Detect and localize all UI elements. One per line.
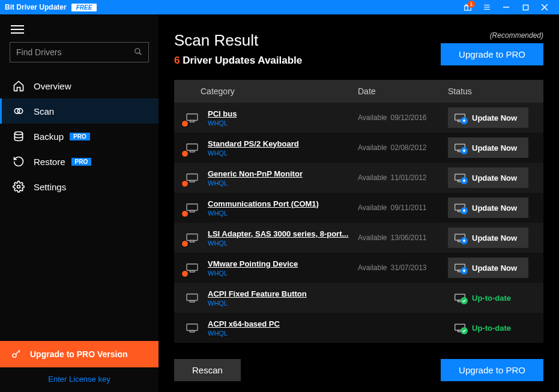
svg-rect-16: [190, 121, 194, 122]
pro-tag: PRO: [70, 133, 90, 140]
sidebar-item-label: Overview: [34, 81, 71, 91]
driver-row: Communications Port (COM1)WHQLAvailable0…: [174, 193, 543, 223]
device-icon: [184, 259, 201, 276]
warning-dot-icon: [181, 150, 189, 157]
col-status: Status: [448, 86, 534, 96]
driver-row: PCI busWHQLAvailable09/12/2016Update Now: [174, 103, 543, 133]
free-badge: FREE: [71, 4, 97, 11]
close-button[interactable]: [535, 0, 554, 14]
table-header: Category Date Status: [174, 80, 543, 103]
app-title: Bit Driver Updater: [5, 3, 67, 11]
updates-count: 6: [174, 55, 180, 66]
driver-name[interactable]: ACPI x64-based PC: [208, 319, 358, 328]
driver-list[interactable]: PCI busWHQLAvailable09/12/2016Update Now…: [174, 103, 543, 348]
svg-point-8: [135, 48, 140, 53]
warning-dot-icon: [181, 180, 189, 187]
driver-row: LSI Adapter, SAS 3000 series, 8-port...W…: [174, 223, 543, 253]
svg-rect-5: [523, 5, 528, 10]
svg-rect-35: [187, 234, 198, 241]
backup-icon: [12, 130, 25, 143]
driver-name[interactable]: Generic Non-PnP Monitor: [208, 169, 358, 178]
driver-name[interactable]: ACPI Fixed Feature Button: [208, 289, 358, 298]
driver-name[interactable]: Communications Port (COM1): [208, 199, 358, 208]
update-now-button[interactable]: Update Now: [448, 167, 528, 188]
device-icon: [184, 289, 201, 306]
check-icon: [454, 322, 466, 333]
driver-date: Available02/08/2012: [358, 143, 448, 152]
restore-icon: [12, 155, 25, 168]
svg-rect-21: [190, 151, 194, 152]
warning-dot-icon: [181, 270, 189, 277]
gift-icon[interactable]: 1: [458, 0, 477, 14]
updates-text: Driver Updates Available: [183, 55, 302, 66]
driver-name[interactable]: VMware Pointing Device: [208, 259, 358, 268]
settings-icon: [12, 180, 25, 193]
update-now-button[interactable]: Update Now: [448, 228, 528, 248]
upgrade-pro-button-top[interactable]: Upgrade to PRO: [441, 43, 543, 65]
warning-dot-icon: [181, 120, 189, 127]
svg-rect-26: [190, 181, 194, 182]
whql-label: WHQL: [208, 149, 358, 157]
whql-label: WHQL: [208, 270, 358, 277]
svg-rect-36: [190, 241, 194, 243]
device-icon: [184, 319, 201, 336]
driver-date: Available09/11/2011: [358, 204, 448, 212]
enter-license-link[interactable]: Enter License key: [0, 367, 159, 392]
sidebar: OverviewScanBackupPRORestorePROSettings …: [0, 14, 159, 392]
download-icon: [454, 232, 466, 243]
driver-name[interactable]: LSI Adapter, SAS 3000 series, 8-port...: [208, 229, 358, 238]
sidebar-item-settings[interactable]: Settings: [0, 174, 159, 199]
driver-row: ACPI Fixed Feature ButtonWHQLUp-to-date: [174, 283, 543, 313]
svg-point-54: [461, 327, 468, 334]
update-now-button[interactable]: Update Now: [448, 198, 528, 218]
upgrade-pro-button-bottom[interactable]: Upgrade to PRO: [441, 359, 543, 381]
svg-rect-15: [187, 114, 198, 121]
download-icon: [454, 172, 466, 183]
whql-label: WHQL: [208, 240, 358, 247]
driver-row: Standard PS/2 KeyboardWHQLAvailable02/08…: [174, 133, 543, 163]
search-input[interactable]: [10, 42, 149, 62]
driver-name[interactable]: PCI bus: [208, 109, 358, 118]
sidebar-item-backup[interactable]: BackupPRO: [0, 124, 159, 149]
svg-rect-45: [187, 294, 198, 301]
uptodate-status: Up-to-date: [448, 322, 511, 333]
hamburger-icon[interactable]: [11, 25, 24, 34]
sidebar-item-overview[interactable]: Overview: [0, 73, 159, 98]
maximize-button[interactable]: [516, 0, 535, 14]
device-icon: [184, 169, 201, 186]
driver-date: Available09/12/2016: [358, 113, 448, 122]
svg-rect-40: [187, 264, 198, 271]
svg-line-9: [139, 52, 142, 55]
rescan-button[interactable]: Rescan: [174, 359, 241, 381]
sidebar-item-scan[interactable]: Scan: [0, 98, 159, 124]
sidebar-item-label: Settings: [34, 182, 66, 192]
upgrade-label: Upgrade to PRO Version: [30, 349, 128, 359]
updates-subtitle: 6 Driver Updates Available: [174, 55, 302, 67]
whql-label: WHQL: [208, 210, 358, 217]
device-icon: [184, 109, 201, 126]
whql-label: WHQL: [208, 300, 358, 307]
update-now-button[interactable]: Update Now: [448, 137, 528, 158]
svg-rect-41: [190, 271, 194, 273]
col-category: Category: [184, 86, 358, 96]
driver-row: VMware Pointing DeviceWHQLAvailable31/07…: [174, 253, 543, 283]
check-icon: [454, 292, 466, 303]
minimize-button[interactable]: [497, 0, 516, 14]
search-field[interactable]: [16, 47, 134, 57]
device-icon: [184, 229, 201, 246]
content: Scan Result 6 Driver Updates Available (…: [159, 14, 559, 392]
svg-rect-31: [190, 211, 194, 213]
svg-rect-46: [190, 301, 194, 303]
driver-name[interactable]: Standard PS/2 Keyboard: [208, 139, 358, 148]
upgrade-pro-version-button[interactable]: Upgrade to PRO Version: [0, 341, 159, 367]
whql-label: WHQL: [208, 330, 358, 337]
update-now-button[interactable]: Update Now: [448, 107, 528, 128]
whql-label: WHQL: [208, 179, 358, 187]
sidebar-item-restore[interactable]: RestorePRO: [0, 149, 159, 174]
menu-icon[interactable]: [477, 0, 497, 14]
driver-date: Available11/01/2012: [358, 173, 448, 182]
download-icon: [454, 142, 466, 153]
update-now-button[interactable]: Update Now: [448, 258, 528, 278]
svg-rect-25: [187, 174, 198, 181]
driver-row: ACPI x64-based PCWHQLUp-to-date: [174, 313, 543, 343]
